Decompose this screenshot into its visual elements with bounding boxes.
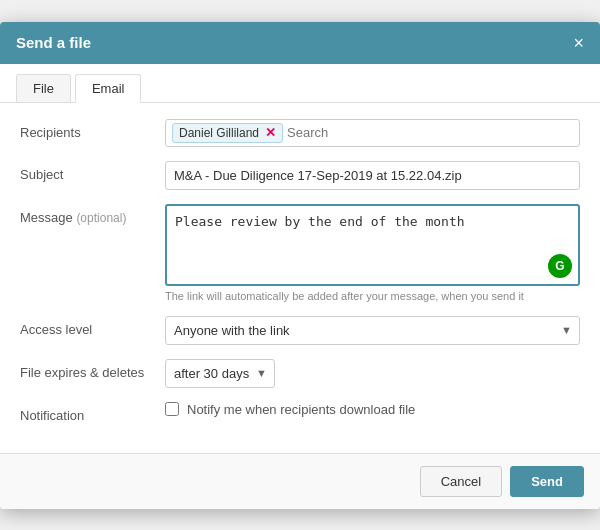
recipient-remove-button[interactable]: ✕ (265, 126, 276, 139)
recipient-tag: Daniel Gilliland ✕ (172, 123, 283, 143)
cancel-button[interactable]: Cancel (420, 466, 502, 497)
tabs-container: File Email (0, 64, 600, 103)
notification-row: Notification Notify me when recipients d… (20, 402, 580, 423)
access-level-select[interactable]: Anyone with the link Specific people Org… (165, 316, 580, 345)
access-level-select-wrapper: Anyone with the link Specific people Org… (165, 316, 580, 345)
modal-header: Send a file × (0, 22, 600, 64)
send-button[interactable]: Send (510, 466, 584, 497)
subject-row: Subject (20, 161, 580, 190)
message-label: Message (optional) (20, 204, 165, 225)
message-row: Message (optional) G The link will autom… (20, 204, 580, 302)
send-file-modal: Send a file × File Email Recipients Dani… (0, 22, 600, 509)
expires-control: after 7 days after 14 days after 30 days… (165, 359, 580, 388)
expires-label: File expires & deletes (20, 359, 165, 380)
tab-email[interactable]: Email (75, 74, 142, 103)
recipients-field[interactable]: Daniel Gilliland ✕ (165, 119, 580, 147)
notification-checkbox-row: Notify me when recipients download file (165, 402, 580, 417)
modal-footer: Cancel Send (0, 453, 600, 509)
expires-inline-row: after 7 days after 14 days after 30 days… (165, 359, 580, 388)
subject-input[interactable] (165, 161, 580, 190)
message-textarea[interactable] (167, 206, 578, 281)
notification-checkbox-label[interactable]: Notify me when recipients download file (187, 402, 415, 417)
modal-title: Send a file (16, 34, 91, 51)
expires-select-wrapper: after 7 days after 14 days after 30 days… (165, 359, 275, 388)
message-textarea-wrapper: G (165, 204, 580, 286)
access-level-label: Access level (20, 316, 165, 337)
recipient-name: Daniel Gilliland (179, 126, 259, 140)
modal-body: Recipients Daniel Gilliland ✕ Subject (0, 103, 600, 453)
recipients-row: Recipients Daniel Gilliland ✕ (20, 119, 580, 147)
notification-control: Notify me when recipients download file (165, 402, 580, 417)
search-input[interactable] (287, 125, 455, 140)
close-button[interactable]: × (573, 34, 584, 52)
notification-checkbox[interactable] (165, 402, 179, 416)
recipients-control: Daniel Gilliland ✕ (165, 119, 580, 147)
expires-select[interactable]: after 7 days after 14 days after 30 days… (165, 359, 275, 388)
access-level-row: Access level Anyone with the link Specif… (20, 316, 580, 345)
recipients-label: Recipients (20, 119, 165, 140)
grammarly-icon: G (548, 254, 572, 278)
subject-control (165, 161, 580, 190)
message-control: G The link will automatically be added a… (165, 204, 580, 302)
tab-file[interactable]: File (16, 74, 71, 102)
expires-row: File expires & deletes after 7 days afte… (20, 359, 580, 388)
subject-label: Subject (20, 161, 165, 182)
message-hint: The link will automatically be added aft… (165, 290, 580, 302)
access-level-control: Anyone with the link Specific people Org… (165, 316, 580, 345)
notification-label: Notification (20, 402, 165, 423)
